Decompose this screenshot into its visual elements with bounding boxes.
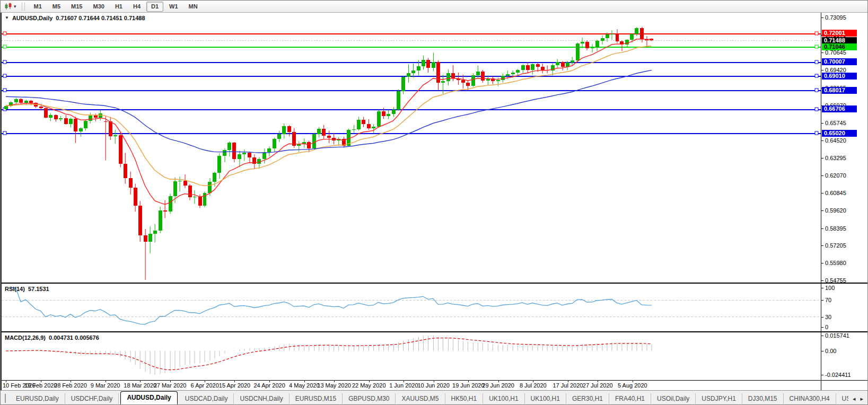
hline-handle[interactable] — [815, 45, 818, 48]
chart-title-symbol: AUDUSD,Daily — [12, 15, 52, 21]
hline-handle[interactable] — [3, 60, 6, 64]
price-badge: 0.70007 — [822, 58, 857, 65]
rsi-plot[interactable]: RSI(14) 57.1531 — [2, 284, 821, 331]
price-axis-tick: 0.65745 — [821, 120, 846, 126]
candles — [4, 27, 653, 279]
price-axis-tick: 0.63295 — [821, 155, 846, 161]
chevron-down-icon[interactable]: ▾ — [14, 4, 16, 9]
hline-handle[interactable] — [3, 89, 6, 92]
time-axis-label: 1 Jun 2020 — [389, 382, 418, 389]
time-axis-label: 27 Mar 2020 — [154, 382, 187, 389]
time-axis-label: 24 Apr 2020 — [253, 382, 285, 389]
price-axis-tick: 0.59620 — [821, 207, 846, 214]
moving-average-line — [6, 46, 652, 186]
price-axis-tick: 0.62070 — [821, 172, 846, 179]
price-axis-tick: 0.64520 — [821, 137, 846, 144]
timeframe-button-h4[interactable]: H4 — [128, 2, 145, 12]
timeframe-button-mn[interactable]: MN — [184, 2, 203, 12]
time-axis-label: 27 Jul 2020 — [583, 382, 613, 389]
price-badge: 0.65020 — [822, 130, 857, 137]
macd-canvas[interactable] — [2, 332, 821, 380]
price-plot[interactable]: ▼ AUDUSD,Daily 0.71607 0.71644 0.71451 0… — [2, 13, 821, 283]
macd-values: 0.004731 0.005676 — [49, 334, 99, 341]
rsi-axis: 10070300 — [821, 284, 868, 331]
time-axis-label: 6 Apr 2020 — [191, 382, 219, 389]
time-axis-label: 19 Feb 2020 — [24, 382, 57, 389]
moving-average-line — [6, 39, 652, 205]
tabbar-grip — [5, 394, 6, 403]
tabs-scroll-left-button[interactable]: ◂ — [851, 395, 857, 403]
chart-tab-usdchf-daily[interactable]: USDCHF,Daily — [65, 393, 119, 404]
hline-handle[interactable] — [815, 89, 818, 92]
time-axis-label: 28 Feb 2020 — [54, 382, 87, 389]
price-badge: 0.68017 — [822, 87, 857, 94]
rsi-axis-tick: 70 — [821, 297, 831, 303]
chart-tab-china300-h4[interactable]: CHINA300,H4 — [784, 393, 836, 404]
chart-tab-usdcnh-daily[interactable]: USDCNH,Daily — [234, 393, 289, 404]
price-badge: 0.69010 — [822, 73, 857, 80]
rsi-canvas[interactable] — [2, 284, 821, 331]
moving-average-line — [6, 70, 652, 153]
collapse-triangle-icon[interactable]: ▼ — [5, 15, 9, 21]
price-axis-tick: 0.70645 — [821, 49, 846, 56]
chart-tab-ger30-h1[interactable]: GER30,H1 — [566, 393, 609, 404]
price-panel: ▼ AUDUSD,Daily 0.71607 0.71644 0.71451 0… — [2, 13, 868, 283]
rsi-line — [11, 288, 651, 324]
timeframe-button-h1[interactable]: H1 — [110, 2, 127, 12]
chart-tabs: EURUSD,DailyUSDCHF,DailyAUDUSD,DailyUSDC… — [10, 391, 867, 404]
macd-name: MACD(12,26,9) — [5, 334, 46, 341]
candlestick-chart-icon — [4, 3, 13, 10]
hline-handle[interactable] — [815, 108, 818, 111]
price-chart-canvas[interactable] — [2, 13, 821, 283]
hline-handle[interactable] — [815, 60, 818, 64]
hline-handle[interactable] — [3, 32, 6, 35]
chart-tab-dj30-m15[interactable]: DJ30,M15 — [742, 393, 784, 404]
price-axis-tick: 0.57205 — [821, 242, 846, 249]
hline-handle[interactable] — [3, 45, 6, 48]
chart-tab-uk100-h1[interactable]: UK100,H1 — [525, 393, 566, 404]
hline-handle[interactable] — [815, 131, 818, 135]
chart-tab-fra40-h1[interactable]: FRA40,H1 — [609, 393, 651, 404]
time-axis-label: 10 Jun 2020 — [417, 382, 450, 389]
timeframe-button-d1[interactable]: D1 — [146, 2, 163, 12]
time-axis-label: 19 Jun 2020 — [452, 382, 485, 389]
timeframe-button-m1[interactable]: M1 — [29, 2, 47, 12]
chart-tab-usdjpy-h1[interactable]: USDJPY,H1 — [696, 393, 742, 404]
axis-corner — [821, 381, 868, 391]
hline-handle[interactable] — [3, 131, 6, 135]
price-badge: 0.72001 — [822, 30, 857, 37]
chart-type-button[interactable]: ▾ — [3, 2, 18, 11]
hline-handle[interactable] — [815, 74, 818, 77]
chart-tab-gbpusd-m30[interactable]: GBPUSD,M30 — [343, 393, 396, 404]
price-axis[interactable]: 0.730950.718700.706450.694200.681950.669… — [821, 13, 868, 283]
time-axis-label: 18 Mar 2020 — [124, 382, 156, 389]
macd-histogram — [6, 336, 651, 375]
time-axis-label: 9 Mar 2020 — [91, 382, 120, 389]
timeframe-button-m5[interactable]: M5 — [48, 2, 65, 12]
chart-tab-usoil-daily[interactable]: USOil,Daily — [651, 393, 696, 404]
time-axis-label: 4 May 2020 — [289, 382, 319, 389]
chart-tab-uk100-h1[interactable]: UK100,H1 — [483, 393, 524, 404]
time-axis-label: 17 Jul 2020 — [553, 382, 583, 389]
time-axis-label: 22 May 2020 — [352, 382, 386, 389]
chart-tab-eurusd-daily[interactable]: EURUSD,Daily — [10, 393, 65, 404]
time-axis-label: 13 May 2020 — [317, 382, 351, 389]
chart-tab-audusd-daily[interactable]: AUDUSD,Daily — [120, 391, 177, 404]
tabs-scroll-right-button[interactable]: ▸ — [858, 395, 865, 403]
chart-tab-xauusd-m5[interactable]: XAUUSD,M5 — [396, 393, 445, 404]
tab-scroll-controls: ◂ ▸ — [848, 395, 867, 403]
top-toolbar: ▾ M1M5M15M30H1H4D1W1MN — [1, 1, 867, 13]
hline-handle[interactable] — [3, 74, 6, 77]
time-axis[interactable]: 10 Feb 202019 Feb 202028 Feb 20209 Mar 2… — [2, 381, 821, 391]
macd-axis-tick: 0.00 — [821, 348, 836, 354]
chart-tab-usdcad-daily[interactable]: USDCAD,Daily — [179, 393, 234, 404]
timeframe-button-m15[interactable]: M15 — [66, 2, 87, 12]
timeframe-button-w1[interactable]: W1 — [164, 2, 183, 12]
hline-handle[interactable] — [815, 32, 818, 35]
timeframe-button-m30[interactable]: M30 — [89, 2, 109, 12]
price-axis-tick: 0.60845 — [821, 190, 846, 196]
macd-title: MACD(12,26,9) 0.004731 0.005676 — [5, 334, 99, 341]
chart-tab-eurusd-m15[interactable]: EURUSD,M15 — [290, 393, 343, 404]
macd-plot[interactable]: MACD(12,26,9) 0.004731 0.005676 — [2, 332, 821, 380]
chart-tab-hk50-h1[interactable]: HK50,H1 — [445, 393, 484, 404]
